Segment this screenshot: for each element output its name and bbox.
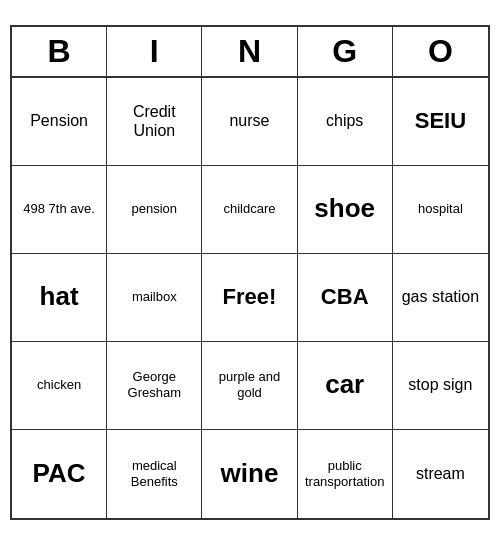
bingo-header-letter: B bbox=[12, 27, 107, 76]
cell-text: shoe bbox=[314, 193, 375, 224]
bingo-cell: PAC bbox=[12, 430, 107, 518]
cell-text: Credit Union bbox=[113, 102, 195, 140]
bingo-cell: mailbox bbox=[107, 254, 202, 342]
cell-text: CBA bbox=[321, 284, 369, 310]
bingo-cell: CBA bbox=[298, 254, 393, 342]
cell-text: SEIU bbox=[415, 108, 466, 134]
bingo-cell: Pension bbox=[12, 78, 107, 166]
cell-text: hospital bbox=[418, 201, 463, 217]
cell-text: car bbox=[325, 369, 364, 400]
cell-text: Pension bbox=[30, 111, 88, 130]
cell-text: 498 7th ave. bbox=[23, 201, 95, 217]
bingo-cell: wine bbox=[202, 430, 297, 518]
bingo-cell: hospital bbox=[393, 166, 488, 254]
cell-text: purple and gold bbox=[208, 369, 290, 400]
bingo-cell: chips bbox=[298, 78, 393, 166]
cell-text: nurse bbox=[229, 111, 269, 130]
cell-text: childcare bbox=[223, 201, 275, 217]
bingo-cell: medical Benefits bbox=[107, 430, 202, 518]
cell-text: hat bbox=[40, 281, 79, 312]
bingo-cell: childcare bbox=[202, 166, 297, 254]
bingo-header: BINGO bbox=[12, 27, 488, 78]
cell-text: mailbox bbox=[132, 289, 177, 305]
cell-text: public transportation bbox=[304, 458, 386, 489]
bingo-cell: purple and gold bbox=[202, 342, 297, 430]
bingo-header-letter: G bbox=[298, 27, 393, 76]
cell-text: chips bbox=[326, 111, 363, 130]
bingo-cell: chicken bbox=[12, 342, 107, 430]
cell-text: Free! bbox=[223, 284, 277, 310]
bingo-grid: PensionCredit UnionnursechipsSEIU498 7th… bbox=[12, 78, 488, 518]
bingo-header-letter: N bbox=[202, 27, 297, 76]
bingo-cell: SEIU bbox=[393, 78, 488, 166]
bingo-cell: 498 7th ave. bbox=[12, 166, 107, 254]
bingo-cell: hat bbox=[12, 254, 107, 342]
bingo-cell: nurse bbox=[202, 78, 297, 166]
bingo-card: BINGO PensionCredit UnionnursechipsSEIU4… bbox=[10, 25, 490, 520]
bingo-cell: Free! bbox=[202, 254, 297, 342]
bingo-cell: public transportation bbox=[298, 430, 393, 518]
bingo-cell: car bbox=[298, 342, 393, 430]
bingo-cell: Credit Union bbox=[107, 78, 202, 166]
bingo-cell: gas station bbox=[393, 254, 488, 342]
cell-text: chicken bbox=[37, 377, 81, 393]
bingo-cell: stream bbox=[393, 430, 488, 518]
cell-text: pension bbox=[132, 201, 178, 217]
cell-text: wine bbox=[221, 458, 279, 489]
bingo-cell: George Gresham bbox=[107, 342, 202, 430]
bingo-cell: stop sign bbox=[393, 342, 488, 430]
cell-text: medical Benefits bbox=[113, 458, 195, 489]
cell-text: gas station bbox=[402, 287, 479, 306]
cell-text: stream bbox=[416, 464, 465, 483]
bingo-cell: pension bbox=[107, 166, 202, 254]
bingo-header-letter: O bbox=[393, 27, 488, 76]
cell-text: PAC bbox=[33, 458, 86, 489]
bingo-cell: shoe bbox=[298, 166, 393, 254]
bingo-header-letter: I bbox=[107, 27, 202, 76]
cell-text: George Gresham bbox=[113, 369, 195, 400]
cell-text: stop sign bbox=[408, 375, 472, 394]
